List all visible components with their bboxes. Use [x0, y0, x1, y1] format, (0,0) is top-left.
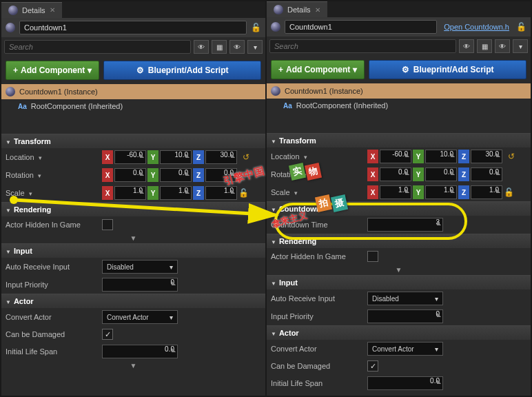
eye-icon[interactable]: 👁	[229, 40, 245, 54]
scale-z-input[interactable]: 1.0◣	[205, 186, 237, 200]
auto-receive-dropdown-r[interactable]: Disabled▾	[367, 292, 443, 305]
actor-header[interactable]: Actor	[1, 294, 265, 308]
actor-section: Actor Convert Actor Convert Actor▾ Can b…	[1, 294, 265, 371]
object-row: 🔓	[1, 18, 265, 37]
loc-x-r[interactable]: -60.0◣	[380, 150, 411, 163]
input-header[interactable]: Input	[1, 244, 265, 258]
close-icon[interactable]: ✕	[50, 6, 55, 14]
search-input-r[interactable]	[269, 39, 456, 53]
object-icon	[6, 23, 15, 32]
reset-icon[interactable]: ↺	[243, 152, 249, 162]
rot-x-r[interactable]: 0.0◣	[380, 167, 411, 181]
damaged-row: Can be Damaged	[1, 326, 265, 343]
location-x-input[interactable]: -60.0◣	[114, 150, 146, 164]
countdown-header[interactable]: Countdown	[267, 202, 531, 216]
details-panel-left: Details ✕ 🔓 👁 ▦ 👁 ▾ +Add Component▾ Blue…	[1, 1, 265, 396]
hidden-checkbox-r[interactable]	[367, 251, 378, 262]
filter-icon-r[interactable]: 👁	[459, 39, 474, 53]
transform-header[interactable]: Transform	[1, 134, 265, 148]
rot-z-r[interactable]: 0.0◣	[471, 167, 502, 181]
input-priority-r[interactable]: 0◣	[367, 309, 443, 323]
expand-more-actor[interactable]: ▼	[1, 360, 265, 371]
filter-icon[interactable]: 👁	[194, 40, 209, 54]
loc-z-r[interactable]: 30.0◣	[471, 150, 502, 163]
details-tab[interactable]: Details ✕	[1, 2, 62, 18]
location-row: Location X-60.0◣ Y10.0◣ Z30.0◣ ↺	[1, 148, 265, 166]
input-priority-input[interactable]: 0◣	[102, 278, 178, 292]
rotation-y-input[interactable]: 0.0◣	[160, 168, 192, 182]
rendering-header-r[interactable]: Rendering	[267, 234, 531, 248]
eye-icon-r[interactable]: 👁	[495, 39, 510, 53]
hidden-checkbox[interactable]	[102, 219, 113, 230]
details-icon	[8, 6, 18, 15]
details-panel-right: Details✕ Open Countdown.h 🔓 👁 ▦ 👁 ▾ +Add…	[267, 1, 531, 396]
matrix-icon[interactable]: ▦	[212, 40, 227, 54]
location-y-input[interactable]: 10.0◣	[160, 150, 192, 164]
object-name-input-r[interactable]	[285, 20, 437, 34]
transform-section: Transform Location X-60.0◣ Y10.0◣ Z30.0◣…	[1, 134, 265, 202]
scl-z-r[interactable]: 1.0◣	[471, 185, 502, 199]
root-component-item-r[interactable]: AaRootComponent (Inherited)	[267, 99, 531, 112]
countdown-section: Countdown Countdown Time 3◣	[267, 201, 531, 234]
hidden-row: Actor Hidden In Game	[1, 216, 265, 233]
lock-icon[interactable]: 🔓	[251, 23, 261, 32]
input-header-r[interactable]: Input	[267, 276, 531, 289]
convert-dropdown[interactable]: Convert Actor▾	[102, 310, 178, 324]
lifespan-input[interactable]: 0.0◣	[102, 345, 178, 358]
buttons-row: +Add Component▾ Blueprint/Add Script	[1, 57, 265, 84]
scl-x-r[interactable]: 1.0◣	[380, 185, 411, 199]
rotation-z-input[interactable]: 0.0◣	[205, 168, 237, 182]
convert-row: Convert Actor Convert Actor▾	[1, 308, 265, 326]
input-section: Input Auto Receive Input Disabled▾ Input…	[1, 243, 265, 294]
options-icon[interactable]: ▾	[247, 40, 263, 54]
tab-title: Details	[22, 6, 45, 14]
countdown-time-row: Countdown Time 3◣	[267, 216, 531, 234]
scale-lock-icon[interactable]: 🔓	[238, 188, 249, 198]
rendering-section: Rendering Actor Hidden In Game ▼	[1, 202, 265, 243]
matrix-icon-r[interactable]: ▦	[477, 39, 492, 53]
lock-icon-r[interactable]: 🔓	[516, 22, 526, 32]
scl-y-r[interactable]: 1.0◣	[425, 185, 457, 199]
root-component-item[interactable]: Aa RootComponent (Inherited)	[1, 99, 265, 113]
lifespan-row: Initial Life Span 0.0◣	[1, 343, 265, 360]
details-tab-r[interactable]: Details✕	[267, 1, 327, 17]
add-component-button-r[interactable]: +Add Component▾	[271, 60, 365, 79]
transform-header-r[interactable]: Transform	[267, 134, 531, 147]
component-tree: Countdown1 (Instance) Aa RootComponent (…	[1, 84, 265, 113]
rendering-header[interactable]: Rendering	[1, 203, 265, 216]
reset-r[interactable]: ↺	[508, 152, 515, 161]
blueprint-button-r[interactable]: Blueprint/Add Script	[369, 60, 526, 79]
input-priority-row: Input Priority 0◣	[1, 276, 265, 294]
scale-y-input[interactable]: 1.0◣	[160, 186, 192, 200]
options-icon-r[interactable]: ▾	[513, 39, 528, 53]
scale-lock-r[interactable]: 🔓	[504, 187, 514, 197]
scale-x-input[interactable]: 1.0◣	[114, 186, 146, 200]
rotation-row: Rotation X0.0◣ Y0.0◣ Z0.0◣	[1, 166, 265, 184]
search-input[interactable]	[4, 40, 191, 54]
auto-receive-dropdown[interactable]: Disabled▾	[102, 260, 178, 274]
scale-row: Scale X1.0◣ Y1.0◣ Z1.0◣ 🔓	[1, 184, 265, 202]
instance-item[interactable]: Countdown1 (Instance)	[1, 84, 265, 99]
text-component-icon: Aa	[18, 103, 27, 110]
expand-more[interactable]: ▼	[1, 233, 265, 243]
actor-header-r[interactable]: Actor	[267, 326, 531, 340]
convert-dropdown-r[interactable]: Convert Actor▾	[367, 342, 443, 356]
gear-icon	[136, 65, 144, 75]
instance-item-r[interactable]: Countdown1 (Instance)	[267, 83, 531, 99]
lifespan-input-r[interactable]: 0.0◣	[367, 376, 443, 390]
add-component-button[interactable]: +Add Component▾	[6, 61, 99, 80]
open-header-link[interactable]: Open Countdown.h	[441, 23, 512, 31]
tab-bar: Details ✕	[1, 1, 265, 18]
countdown-time-input[interactable]: 3◣	[367, 218, 443, 232]
damaged-checkbox-r[interactable]	[367, 360, 378, 371]
rot-y-r[interactable]: 0.0◣	[425, 167, 457, 181]
expand-more-r[interactable]: ▼	[267, 265, 531, 275]
location-z-input[interactable]: 30.0◣	[205, 150, 237, 164]
object-name-input[interactable]	[19, 21, 247, 34]
damaged-checkbox[interactable]	[102, 329, 113, 340]
auto-receive-row: Auto Receive Input Disabled▾	[1, 258, 265, 276]
expand-more-actor-r[interactable]: ▼	[267, 392, 531, 396]
loc-y-r[interactable]: 10.0◣	[425, 150, 457, 163]
rotation-x-input[interactable]: 0.0◣	[114, 168, 146, 182]
blueprint-button[interactable]: Blueprint/Add Script	[103, 61, 261, 80]
